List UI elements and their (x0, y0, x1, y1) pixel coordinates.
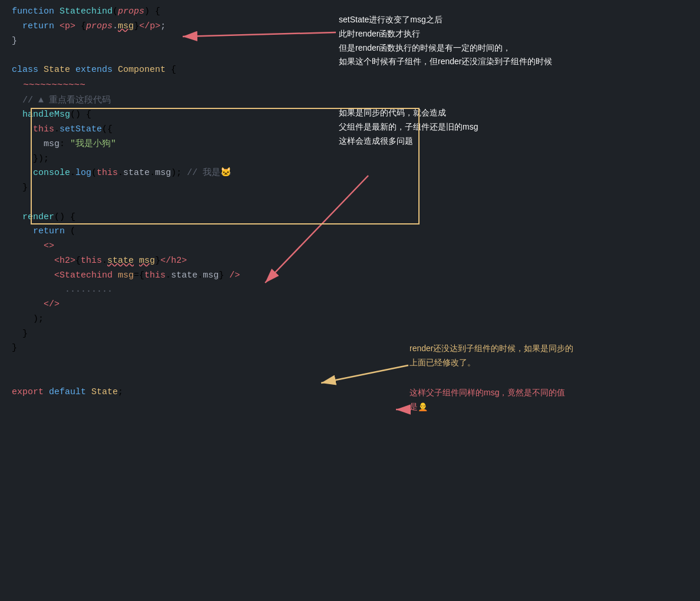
ann2-line2: 父组件是最新的，子组件还是旧的msg (339, 120, 478, 134)
code-line-blank2 (12, 196, 700, 210)
code-line-wavy: ~~~~~~~~~~~ (12, 78, 700, 94)
code-line-17: <> (12, 239, 700, 254)
ann4-line1: 这样父子组件同样的msg，竟然是不同的值 (410, 386, 565, 400)
code-line-16: return ( (12, 224, 700, 239)
code-line-21: </> (12, 298, 700, 312)
annotation-2: 如果是同步的代码，就会造成 父组件是最新的，子组件还是旧的msg 这样会造成很多… (339, 106, 478, 148)
annotation-3: render还没达到子组件的时候，如果是同步的 上面已经修改了。 (410, 342, 573, 370)
ann1-line3: 但是render函数执行的时候是有一定的时间的， (339, 41, 552, 55)
code-line-blank4 (12, 371, 700, 385)
code-line-11: }); (12, 152, 700, 167)
code-line-blank3 (12, 356, 700, 371)
code-line-13: } (12, 181, 700, 196)
annotation-1: setState进行改变了msg之后 此时render函数才执行 但是rende… (339, 13, 552, 69)
code-line-26: export default State; (12, 385, 700, 400)
code-line-24: } (12, 341, 700, 356)
ann4-line2: 是🧑‍🦲 (410, 400, 565, 414)
ann1-line1: setState进行改变了msg之后 (339, 13, 552, 27)
code-line-12: console.log(this.state.msg); // 我是🐱 (12, 166, 700, 181)
ann3-line1: render还没达到子组件的时候，如果是同步的 (410, 342, 573, 356)
ann1-line4: 如果这个时候有子组件，但render还没渲染到子组件的时候 (339, 55, 552, 69)
code-line-23: } (12, 327, 700, 342)
ann3-line2: 上面已经修改了。 (410, 356, 573, 370)
ann2-line1: 如果是同步的代码，就会造成 (339, 106, 478, 120)
code-line-20: ......... (12, 283, 700, 298)
code-line-15: render() { (12, 210, 700, 225)
code-line-22: ); (12, 312, 700, 327)
ann2-line3: 这样会造成很多问题 (339, 134, 478, 148)
ann1-line2: 此时render函数才执行 (339, 27, 552, 41)
code-line-19: <Statechind msg={this.state.msg} /> (12, 269, 700, 283)
code-line-18: <h2>{this.state msg}</h2> (12, 254, 700, 269)
annotation-4: 这样父子组件同样的msg，竟然是不同的值 是🧑‍🦲 (410, 386, 565, 414)
